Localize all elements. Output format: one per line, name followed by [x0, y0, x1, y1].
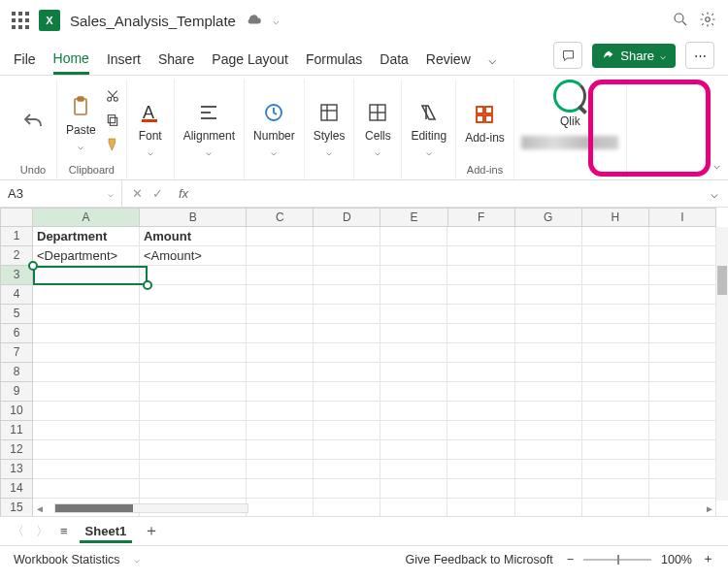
copy-icon[interactable]: [105, 113, 120, 131]
cell[interactable]: [33, 479, 140, 499]
cell[interactable]: [515, 324, 582, 343]
cell[interactable]: [140, 402, 247, 421]
cell[interactable]: [582, 285, 649, 305]
qlik-addin-button[interactable]: Qlik: [550, 80, 589, 128]
format-painter-icon[interactable]: [105, 137, 120, 155]
cell[interactable]: [649, 440, 716, 460]
cell[interactable]: [247, 460, 314, 479]
cell[interactable]: [447, 479, 514, 499]
cell[interactable]: [140, 382, 247, 402]
cell[interactable]: <Amount>: [140, 246, 247, 266]
tab-file[interactable]: File: [14, 51, 36, 75]
cell[interactable]: Department: [33, 227, 140, 246]
cell[interactable]: [649, 363, 716, 382]
cell[interactable]: [381, 440, 447, 460]
cell[interactable]: [582, 246, 649, 266]
cell[interactable]: [33, 305, 140, 324]
cell[interactable]: [515, 382, 582, 402]
cell[interactable]: [515, 479, 582, 499]
cell[interactable]: [314, 421, 381, 440]
row-header[interactable]: 11: [0, 421, 33, 440]
cell[interactable]: [582, 343, 649, 363]
cell[interactable]: [515, 421, 582, 440]
cell[interactable]: [247, 285, 314, 305]
zoom-out-button[interactable]: −: [567, 553, 574, 566]
cell[interactable]: [447, 363, 514, 382]
cell[interactable]: [314, 324, 381, 343]
cell[interactable]: [582, 305, 649, 324]
cell[interactable]: [515, 266, 582, 285]
row-header[interactable]: 12: [0, 440, 33, 460]
cell[interactable]: [33, 285, 140, 305]
cell[interactable]: [649, 324, 716, 343]
column-header[interactable]: B: [140, 208, 247, 227]
settings-gear-icon[interactable]: [699, 11, 716, 31]
cell[interactable]: [649, 246, 716, 266]
cell[interactable]: [381, 382, 447, 402]
cell[interactable]: [247, 421, 314, 440]
cell[interactable]: [381, 227, 447, 246]
selection-handle-icon[interactable]: [28, 261, 38, 271]
cell[interactable]: [33, 440, 140, 460]
cell[interactable]: [447, 227, 514, 246]
cell[interactable]: [140, 440, 247, 460]
cell[interactable]: [649, 421, 716, 440]
cell[interactable]: [649, 285, 716, 305]
number-button[interactable]: Number: [250, 98, 298, 158]
zoom-in-button[interactable]: ＋: [702, 551, 714, 567]
cell[interactable]: [33, 363, 140, 382]
column-header[interactable]: C: [247, 208, 314, 227]
cell[interactable]: [381, 324, 447, 343]
row-header[interactable]: 13: [0, 460, 33, 479]
cell[interactable]: [314, 227, 381, 246]
zoom-slider[interactable]: [583, 559, 651, 561]
row-header[interactable]: 4: [0, 285, 33, 305]
file-name[interactable]: Sales_Analysis_Template: [70, 13, 236, 29]
cell[interactable]: [247, 305, 314, 324]
cell[interactable]: [582, 363, 649, 382]
cell[interactable]: [314, 363, 381, 382]
cell[interactable]: [247, 402, 314, 421]
cell[interactable]: [140, 324, 247, 343]
row-header[interactable]: 7: [0, 343, 33, 363]
cell[interactable]: [33, 343, 140, 363]
cell[interactable]: [381, 479, 447, 499]
horizontal-scrollbar[interactable]: [54, 503, 248, 513]
cell[interactable]: [582, 421, 649, 440]
cell[interactable]: [447, 382, 514, 402]
cell[interactable]: [582, 382, 649, 402]
cell[interactable]: [515, 363, 582, 382]
row-header[interactable]: 15: [0, 499, 33, 516]
share-button[interactable]: Share ⌵: [592, 44, 676, 68]
cell[interactable]: [447, 246, 514, 266]
cell[interactable]: [447, 440, 514, 460]
cell[interactable]: [247, 324, 314, 343]
cell[interactable]: [314, 305, 381, 324]
cell[interactable]: [582, 266, 649, 285]
scroll-left-icon[interactable]: ◄: [33, 503, 47, 514]
cell[interactable]: [247, 382, 314, 402]
column-header[interactable]: F: [448, 208, 515, 227]
cell[interactable]: [314, 440, 381, 460]
app-launcher-icon[interactable]: [12, 12, 29, 29]
row-header[interactable]: 9: [0, 382, 33, 402]
select-all-corner[interactable]: [0, 208, 33, 227]
cell[interactable]: [447, 460, 514, 479]
column-header[interactable]: E: [381, 208, 447, 227]
cell[interactable]: [381, 343, 447, 363]
row-header[interactable]: 14: [0, 479, 33, 499]
cell[interactable]: [33, 402, 140, 421]
cell[interactable]: Amount: [140, 227, 247, 246]
cell[interactable]: [314, 285, 381, 305]
cell[interactable]: [649, 266, 716, 285]
cell[interactable]: [515, 227, 582, 246]
cell[interactable]: [582, 324, 649, 343]
cell[interactable]: [447, 343, 514, 363]
row-header[interactable]: 5: [0, 305, 33, 324]
cell[interactable]: [381, 460, 447, 479]
workbook-statistics[interactable]: Workbook Statistics: [14, 553, 120, 566]
cell[interactable]: [582, 460, 649, 479]
cell[interactable]: [515, 305, 582, 324]
tab-formulas[interactable]: Formulas: [306, 51, 362, 75]
cell[interactable]: [140, 305, 247, 324]
